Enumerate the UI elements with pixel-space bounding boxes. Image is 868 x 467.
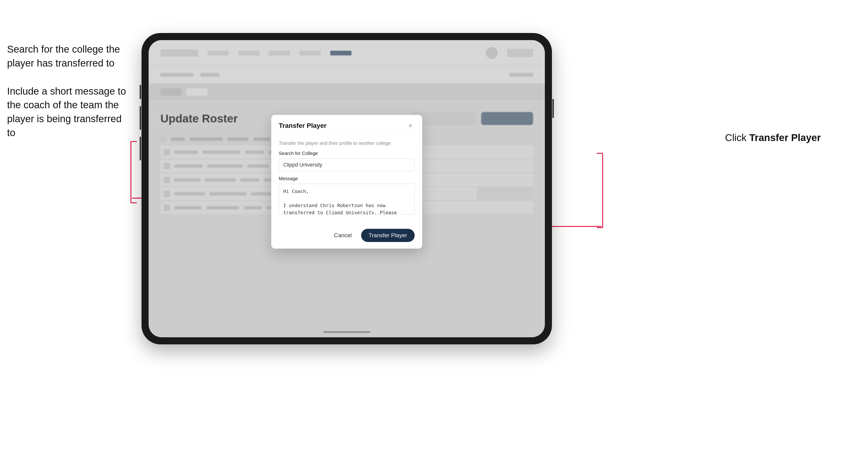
ipad-volume-up-button bbox=[140, 106, 141, 130]
modal-overlay: Transfer Player × Transfer the player an… bbox=[149, 40, 545, 337]
annotation-search-text: Search for the college the player has tr… bbox=[7, 42, 130, 70]
cancel-button[interactable]: Cancel bbox=[329, 230, 356, 241]
transfer-player-button[interactable]: Transfer Player bbox=[361, 229, 415, 242]
modal-title: Transfer Player bbox=[279, 122, 327, 129]
message-textarea[interactable]: Hi Coach, I understand Chris Robertson h… bbox=[279, 184, 415, 214]
modal-close-button[interactable]: × bbox=[406, 121, 415, 130]
annotation-message-text: Include a short message to the coach of … bbox=[7, 85, 130, 140]
annotation-right-text: Click Transfer Player bbox=[725, 132, 821, 144]
annotation-left-container: Search for the college the player has tr… bbox=[7, 42, 130, 154]
ipad-frame: Update Roster bbox=[142, 33, 552, 344]
modal-body: Transfer the player and their profile to… bbox=[271, 135, 422, 224]
ipad-mute-button bbox=[140, 85, 141, 99]
modal-subtitle: Transfer the player and their profile to… bbox=[279, 141, 415, 146]
ipad-screen: Update Roster bbox=[149, 40, 545, 337]
search-college-label: Search for College bbox=[279, 151, 415, 156]
annotation-bold-text: Transfer Player bbox=[749, 132, 821, 143]
modal-footer: Cancel Transfer Player bbox=[271, 224, 422, 249]
ipad-volume-down-button bbox=[140, 137, 141, 160]
annotation-right-container: Click Transfer Player bbox=[725, 132, 821, 144]
ipad-power-button bbox=[552, 99, 554, 118]
search-college-input[interactable] bbox=[279, 158, 415, 171]
modal-header: Transfer Player × bbox=[271, 115, 422, 135]
message-label: Message bbox=[279, 176, 415, 181]
transfer-player-modal: Transfer Player × Transfer the player an… bbox=[271, 115, 422, 249]
